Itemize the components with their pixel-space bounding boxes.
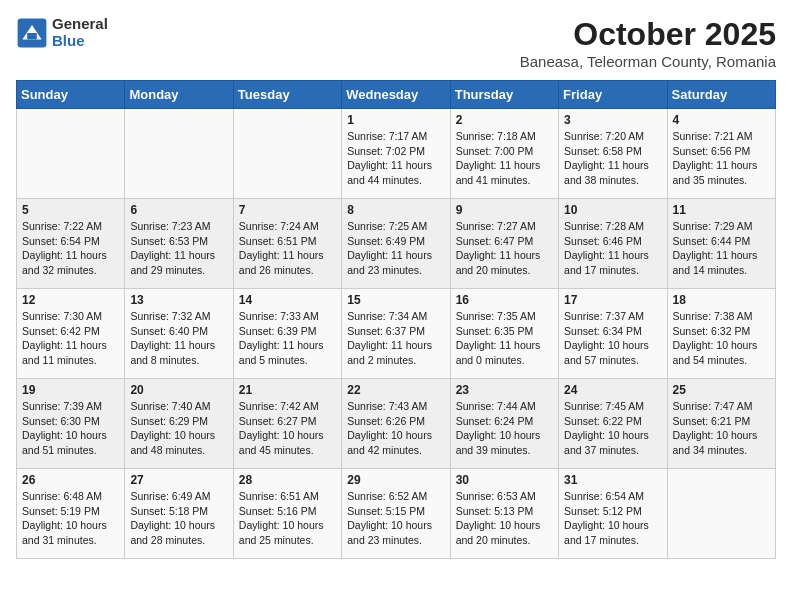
- day-number: 1: [347, 113, 444, 127]
- calendar-cell: 17Sunrise: 7:37 AM Sunset: 6:34 PM Dayli…: [559, 289, 667, 379]
- calendar-week-row: 1Sunrise: 7:17 AM Sunset: 7:02 PM Daylig…: [17, 109, 776, 199]
- calendar-week-row: 5Sunrise: 7:22 AM Sunset: 6:54 PM Daylig…: [17, 199, 776, 289]
- calendar-cell: 29Sunrise: 6:52 AM Sunset: 5:15 PM Dayli…: [342, 469, 450, 559]
- calendar-cell: 12Sunrise: 7:30 AM Sunset: 6:42 PM Dayli…: [17, 289, 125, 379]
- day-info: Sunrise: 7:22 AM Sunset: 6:54 PM Dayligh…: [22, 219, 119, 278]
- day-number: 11: [673, 203, 770, 217]
- day-info: Sunrise: 7:37 AM Sunset: 6:34 PM Dayligh…: [564, 309, 661, 368]
- day-number: 25: [673, 383, 770, 397]
- calendar-cell: 14Sunrise: 7:33 AM Sunset: 6:39 PM Dayli…: [233, 289, 341, 379]
- day-info: Sunrise: 7:32 AM Sunset: 6:40 PM Dayligh…: [130, 309, 227, 368]
- logo-text: General Blue: [52, 16, 108, 49]
- calendar-cell: 16Sunrise: 7:35 AM Sunset: 6:35 PM Dayli…: [450, 289, 558, 379]
- day-info: Sunrise: 6:51 AM Sunset: 5:16 PM Dayligh…: [239, 489, 336, 548]
- calendar-cell: 11Sunrise: 7:29 AM Sunset: 6:44 PM Dayli…: [667, 199, 775, 289]
- day-info: Sunrise: 6:54 AM Sunset: 5:12 PM Dayligh…: [564, 489, 661, 548]
- logo-general-text: General: [52, 16, 108, 33]
- day-number: 10: [564, 203, 661, 217]
- day-info: Sunrise: 6:53 AM Sunset: 5:13 PM Dayligh…: [456, 489, 553, 548]
- day-info: Sunrise: 7:40 AM Sunset: 6:29 PM Dayligh…: [130, 399, 227, 458]
- calendar-cell: [17, 109, 125, 199]
- calendar-cell: 30Sunrise: 6:53 AM Sunset: 5:13 PM Dayli…: [450, 469, 558, 559]
- day-number: 27: [130, 473, 227, 487]
- day-number: 8: [347, 203, 444, 217]
- subtitle: Baneasa, Teleorman County, Romania: [520, 53, 776, 70]
- weekday-header: Tuesday: [233, 81, 341, 109]
- calendar-cell: 10Sunrise: 7:28 AM Sunset: 6:46 PM Dayli…: [559, 199, 667, 289]
- logo-blue-text: Blue: [52, 33, 108, 50]
- calendar-table: SundayMondayTuesdayWednesdayThursdayFrid…: [16, 80, 776, 559]
- day-info: Sunrise: 7:21 AM Sunset: 6:56 PM Dayligh…: [673, 129, 770, 188]
- day-info: Sunrise: 7:44 AM Sunset: 6:24 PM Dayligh…: [456, 399, 553, 458]
- calendar-cell: 22Sunrise: 7:43 AM Sunset: 6:26 PM Dayli…: [342, 379, 450, 469]
- day-info: Sunrise: 7:28 AM Sunset: 6:46 PM Dayligh…: [564, 219, 661, 278]
- calendar-cell: 21Sunrise: 7:42 AM Sunset: 6:27 PM Dayli…: [233, 379, 341, 469]
- page-header: General Blue October 2025 Baneasa, Teleo…: [16, 16, 776, 70]
- calendar-cell: 1Sunrise: 7:17 AM Sunset: 7:02 PM Daylig…: [342, 109, 450, 199]
- day-number: 24: [564, 383, 661, 397]
- day-number: 14: [239, 293, 336, 307]
- day-number: 29: [347, 473, 444, 487]
- day-number: 4: [673, 113, 770, 127]
- day-number: 3: [564, 113, 661, 127]
- day-number: 6: [130, 203, 227, 217]
- weekday-header: Friday: [559, 81, 667, 109]
- day-number: 21: [239, 383, 336, 397]
- day-number: 26: [22, 473, 119, 487]
- day-info: Sunrise: 7:25 AM Sunset: 6:49 PM Dayligh…: [347, 219, 444, 278]
- day-number: 17: [564, 293, 661, 307]
- calendar-week-row: 19Sunrise: 7:39 AM Sunset: 6:30 PM Dayli…: [17, 379, 776, 469]
- day-info: Sunrise: 7:29 AM Sunset: 6:44 PM Dayligh…: [673, 219, 770, 278]
- day-number: 23: [456, 383, 553, 397]
- day-number: 22: [347, 383, 444, 397]
- calendar-header: SundayMondayTuesdayWednesdayThursdayFrid…: [17, 81, 776, 109]
- main-title: October 2025: [520, 16, 776, 53]
- day-number: 9: [456, 203, 553, 217]
- day-number: 2: [456, 113, 553, 127]
- calendar-body: 1Sunrise: 7:17 AM Sunset: 7:02 PM Daylig…: [17, 109, 776, 559]
- calendar-cell: 19Sunrise: 7:39 AM Sunset: 6:30 PM Dayli…: [17, 379, 125, 469]
- calendar-cell: 20Sunrise: 7:40 AM Sunset: 6:29 PM Dayli…: [125, 379, 233, 469]
- day-number: 12: [22, 293, 119, 307]
- calendar-cell: [125, 109, 233, 199]
- day-info: Sunrise: 7:20 AM Sunset: 6:58 PM Dayligh…: [564, 129, 661, 188]
- weekday-header: Sunday: [17, 81, 125, 109]
- calendar-cell: 2Sunrise: 7:18 AM Sunset: 7:00 PM Daylig…: [450, 109, 558, 199]
- calendar-cell: [233, 109, 341, 199]
- day-info: Sunrise: 6:49 AM Sunset: 5:18 PM Dayligh…: [130, 489, 227, 548]
- day-info: Sunrise: 7:35 AM Sunset: 6:35 PM Dayligh…: [456, 309, 553, 368]
- day-number: 31: [564, 473, 661, 487]
- day-info: Sunrise: 7:23 AM Sunset: 6:53 PM Dayligh…: [130, 219, 227, 278]
- day-number: 20: [130, 383, 227, 397]
- day-info: Sunrise: 7:38 AM Sunset: 6:32 PM Dayligh…: [673, 309, 770, 368]
- weekday-header: Monday: [125, 81, 233, 109]
- day-info: Sunrise: 6:48 AM Sunset: 5:19 PM Dayligh…: [22, 489, 119, 548]
- day-info: Sunrise: 6:52 AM Sunset: 5:15 PM Dayligh…: [347, 489, 444, 548]
- day-number: 19: [22, 383, 119, 397]
- day-number: 30: [456, 473, 553, 487]
- day-info: Sunrise: 7:43 AM Sunset: 6:26 PM Dayligh…: [347, 399, 444, 458]
- day-info: Sunrise: 7:30 AM Sunset: 6:42 PM Dayligh…: [22, 309, 119, 368]
- day-number: 13: [130, 293, 227, 307]
- logo: General Blue: [16, 16, 108, 49]
- weekday-row: SundayMondayTuesdayWednesdayThursdayFrid…: [17, 81, 776, 109]
- day-info: Sunrise: 7:18 AM Sunset: 7:00 PM Dayligh…: [456, 129, 553, 188]
- calendar-cell: [667, 469, 775, 559]
- day-info: Sunrise: 7:47 AM Sunset: 6:21 PM Dayligh…: [673, 399, 770, 458]
- day-info: Sunrise: 7:24 AM Sunset: 6:51 PM Dayligh…: [239, 219, 336, 278]
- calendar-cell: 6Sunrise: 7:23 AM Sunset: 6:53 PM Daylig…: [125, 199, 233, 289]
- svg-rect-2: [27, 33, 37, 39]
- calendar-cell: 28Sunrise: 6:51 AM Sunset: 5:16 PM Dayli…: [233, 469, 341, 559]
- day-number: 5: [22, 203, 119, 217]
- day-info: Sunrise: 7:39 AM Sunset: 6:30 PM Dayligh…: [22, 399, 119, 458]
- day-info: Sunrise: 7:27 AM Sunset: 6:47 PM Dayligh…: [456, 219, 553, 278]
- calendar-week-row: 12Sunrise: 7:30 AM Sunset: 6:42 PM Dayli…: [17, 289, 776, 379]
- calendar-cell: 18Sunrise: 7:38 AM Sunset: 6:32 PM Dayli…: [667, 289, 775, 379]
- calendar-cell: 13Sunrise: 7:32 AM Sunset: 6:40 PM Dayli…: [125, 289, 233, 379]
- weekday-header: Thursday: [450, 81, 558, 109]
- calendar-cell: 3Sunrise: 7:20 AM Sunset: 6:58 PM Daylig…: [559, 109, 667, 199]
- day-info: Sunrise: 7:33 AM Sunset: 6:39 PM Dayligh…: [239, 309, 336, 368]
- calendar-cell: 5Sunrise: 7:22 AM Sunset: 6:54 PM Daylig…: [17, 199, 125, 289]
- calendar-cell: 9Sunrise: 7:27 AM Sunset: 6:47 PM Daylig…: [450, 199, 558, 289]
- day-number: 7: [239, 203, 336, 217]
